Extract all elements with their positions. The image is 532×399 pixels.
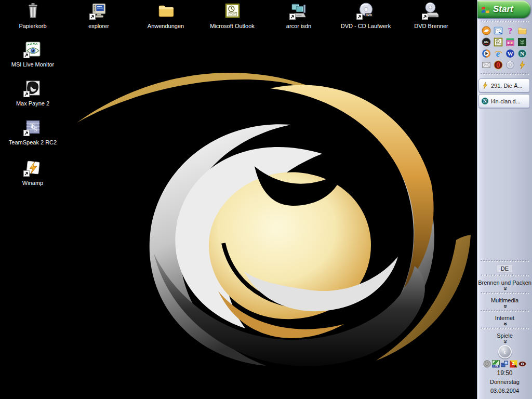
desktop-icon-winamp[interactable]: Winamp	[2, 159, 64, 186]
toolbar-brennen-und-packen[interactable]: Brennen und Packen»	[477, 278, 532, 291]
start-button[interactable]: Start	[477, 1, 530, 18]
start-button-label: Start	[493, 4, 513, 15]
taskbar-grip[interactable]	[481, 20, 529, 23]
internet-explorer-icon[interactable]: e	[494, 49, 503, 58]
shortcut-arrow-icon	[23, 91, 30, 97]
winamp-icon	[24, 159, 42, 176]
taskbar-empty-space	[477, 109, 532, 259]
system-tray: LITEZA	[477, 359, 532, 368]
mail-icon[interactable]	[482, 60, 491, 70]
desktop-icon-teamspeak-2-rc2[interactable]: TSTeamSpeak 2 RC2	[2, 118, 64, 145]
taskbar-grip[interactable]	[481, 310, 529, 313]
desktop-icon-dvd-brenner[interactable]: DVD Brenner	[400, 2, 462, 29]
chevron-left-icon: ‹	[503, 349, 506, 355]
taskbar-grip[interactable]	[481, 292, 529, 295]
desktop-icon-anwendungen[interactable]: Anwendungen	[135, 2, 197, 29]
help-icon[interactable]: ?	[506, 26, 515, 35]
taskbar-grip[interactable]	[481, 260, 529, 263]
svg-text:?: ?	[508, 26, 512, 35]
desktop-icon-msi-live-monitor[interactable]: MSI Live Monitor	[2, 41, 64, 68]
desktop-icon-label: TeamSpeak 2 RC2	[2, 139, 64, 145]
taskbar-clock[interactable]: 19:50 Donnerstag 03.06.2004	[477, 368, 532, 399]
netscape-icon[interactable]: N	[517, 49, 527, 58]
desktop-icon-max-payne-2[interactable]: Max Payne 2	[2, 79, 64, 107]
opera-icon[interactable]	[494, 60, 503, 70]
outlook-express-icon[interactable]	[494, 26, 503, 35]
disc-dvd-icon: DVD	[357, 2, 375, 19]
network-tray-icon[interactable]	[501, 360, 509, 368]
desktop-icon-label: Papierkorb	[2, 23, 64, 29]
shortcut-arrow-icon	[23, 52, 30, 58]
desktop-wallpaper	[0, 0, 532, 399]
volume-tray-icon[interactable]	[483, 360, 491, 368]
media-icon[interactable]	[506, 37, 515, 47]
clock-day: Donnerstag	[477, 378, 532, 387]
cd-icon[interactable]	[506, 60, 515, 70]
svg-text:DVD: DVD	[365, 14, 371, 17]
svg-text:N: N	[520, 50, 524, 57]
svg-text:N: N	[483, 99, 487, 104]
word-icon[interactable]: W	[506, 49, 515, 58]
svg-text:S: S	[33, 125, 37, 133]
chevron-down-icon[interactable]: »	[502, 321, 507, 328]
folder-icon	[157, 2, 175, 19]
shortcut-arrow-icon	[89, 14, 96, 20]
shortcut-arrow-icon	[356, 14, 363, 20]
language-indicator[interactable]: DE	[497, 264, 513, 273]
toolbar-multimedia[interactable]: Multimedia»	[477, 296, 532, 309]
clock-date: 03.06.2004	[477, 387, 532, 395]
desktop-icon-label: DVD Brenner	[400, 23, 462, 29]
eye-monitor-icon	[24, 41, 42, 58]
svg-text:W: W	[507, 50, 513, 57]
desktop-icon-label: explorer	[68, 23, 130, 29]
chevron-down-icon[interactable]: »	[502, 338, 507, 345]
desktop-icon-label: Anwendungen	[135, 23, 197, 29]
svg-text:A: A	[514, 364, 517, 368]
shortcut-arrow-icon	[422, 14, 428, 20]
desktop-icon-label: Max Payne 2	[2, 100, 64, 107]
quick-launch-bar: ?fifaeWN	[477, 24, 532, 72]
tray-collapse-button[interactable]: ‹	[498, 345, 512, 358]
winamp-icon[interactable]	[517, 60, 527, 70]
maxpayne-icon	[24, 79, 42, 97]
outlook-icon[interactable]	[494, 37, 503, 47]
teamspeak-icon: TS	[24, 118, 42, 136]
monitor-icon	[90, 2, 108, 19]
desktop-icon-label: MSI Live Monitor	[2, 61, 64, 68]
taskbar-grip[interactable]	[481, 327, 529, 330]
media-player-icon[interactable]	[482, 49, 491, 58]
desktop-icon-label: Microsoft Outlook	[201, 23, 263, 29]
messenger-icon[interactable]	[482, 26, 491, 35]
clock-time: 19:50	[477, 369, 532, 378]
svg-text:e: e	[496, 49, 500, 58]
chevron-down-icon[interactable]: »	[502, 285, 507, 292]
window-button-label: l4n-clan.d...	[491, 98, 521, 104]
desktop-icon-dvd-cd-laufwerk[interactable]: DVDDVD - CD Laufwerk	[335, 2, 397, 29]
trash-icon	[24, 2, 42, 19]
toolbar-spiele[interactable]: Spiele»	[477, 331, 532, 344]
plant-icon[interactable]	[517, 37, 527, 47]
avg-lite-tray-icon[interactable]: LITE	[492, 360, 500, 368]
toolbar-internet[interactable]: Internet»	[477, 314, 532, 326]
window-button-l4n-clan-d[interactable]: Nl4n-clan.d...	[478, 94, 530, 108]
taskbar-grip[interactable]	[481, 73, 529, 76]
shortcut-arrow-icon	[23, 170, 30, 177]
desktop-icon-arcor-isdn[interactable]: arcor isdn	[268, 2, 330, 29]
taskbar: Start ?fifaeWN 291. Die Ä...Nl4n-clan.d.…	[477, 0, 532, 399]
zonealarm-tray-icon[interactable]: ZA	[510, 360, 517, 368]
desktop-icon-explorer[interactable]: explorer	[68, 2, 130, 29]
fifa-icon[interactable]: fifa	[482, 37, 491, 47]
windows-logo-icon	[481, 5, 490, 14]
desktop-icon-papierkorb[interactable]: Papierkorb	[2, 2, 64, 29]
desktop-icon-microsoft-outlook[interactable]: Microsoft Outlook	[201, 2, 263, 29]
outlook-icon	[224, 2, 241, 19]
taskbar-grip[interactable]	[481, 274, 529, 277]
svg-text:LITE: LITE	[494, 365, 499, 368]
desktop-icon-label: arcor isdn	[268, 23, 330, 29]
folder-icon[interactable]	[517, 26, 527, 35]
chevron-down-icon[interactable]: »	[502, 303, 507, 310]
eye-tray-icon[interactable]	[518, 360, 526, 368]
window-button-291-die[interactable]: 291. Die Ä...	[478, 78, 530, 92]
toolbar-sections: Brennen und Packen»Multimedia»Internet»S…	[477, 273, 532, 344]
shortcut-arrow-icon	[23, 130, 30, 136]
